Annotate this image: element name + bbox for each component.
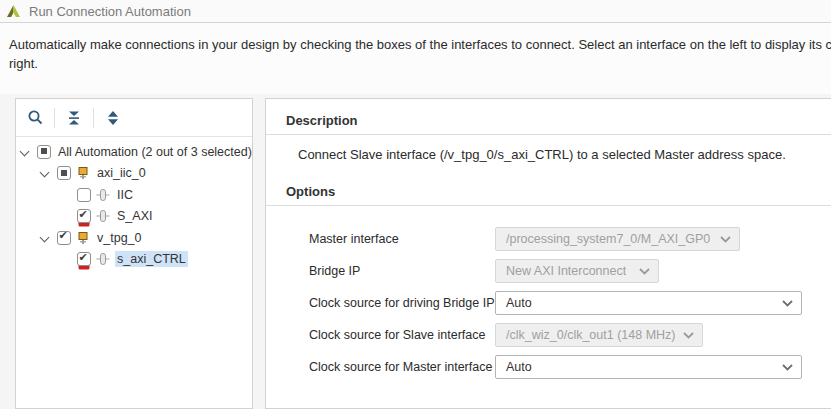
section-divider (266, 134, 831, 135)
configuration-panel: Description Connect Slave interface (/v_… (265, 98, 831, 409)
expander-spacer (58, 252, 72, 266)
dialog-title: Run Connection Automation (29, 4, 191, 19)
ip-icon (76, 166, 90, 180)
option-label: Clock source for driving Bridge IP (309, 296, 495, 310)
option-label: Clock source for Master interface (309, 360, 495, 374)
description-text: Connect Slave interface (/v_tpg_0/s_axi_… (298, 147, 831, 162)
interface-icon (96, 188, 110, 202)
dialog-titlebar: Run Connection Automation (0, 0, 831, 23)
expander-spacer (58, 209, 72, 223)
tree-node-all-automation[interactable]: All Automation (2 out of 3 selected) (16, 141, 252, 163)
expand-all-icon (105, 110, 121, 126)
option-label: Clock source for Slave interface (309, 328, 495, 342)
tree-node-iic[interactable]: IIC (16, 184, 252, 206)
ip-icon (76, 231, 90, 245)
clock-driving-bridge-dropdown[interactable]: Auto (495, 291, 802, 315)
collapse-all-icon (66, 110, 82, 126)
clock-master-dropdown[interactable]: Auto (495, 355, 802, 379)
option-row-bridge-ip: Bridge IP New AXI Interconnect (309, 259, 831, 283)
section-divider (266, 205, 831, 206)
chevron-down-icon[interactable] (38, 166, 52, 180)
tree-node-label[interactable]: axi_iic_0 (95, 165, 148, 181)
chevron-down-icon[interactable] (18, 145, 32, 159)
dropdown-value: /processing_system7_0/M_AXI_GP0 (506, 232, 710, 246)
collapse-all-button[interactable] (61, 105, 87, 131)
search-icon (27, 109, 44, 126)
options-form: Master interface /processing_system7_0/M… (309, 227, 831, 379)
tree-node-axi-iic-0[interactable]: axi_iic_0 (16, 163, 252, 185)
interface-icon (96, 252, 110, 266)
chevron-down-icon[interactable] (38, 231, 52, 245)
intro-line-1: Automatically make connections in your d… (9, 36, 831, 55)
checkbox-v-tpg-0[interactable] (57, 231, 71, 245)
expand-all-button[interactable] (100, 105, 126, 131)
automation-tree: All Automation (2 out of 3 selected) axi… (16, 137, 252, 270)
option-row-clock-bridge-ip: Clock source for driving Bridge IP Auto (309, 291, 831, 315)
tree-node-s-axi[interactable]: S_AXI (16, 206, 252, 228)
expander-spacer (58, 188, 72, 202)
toolbar-separator (93, 108, 94, 128)
dropdown-value: Auto (506, 360, 532, 374)
tree-node-label[interactable]: v_tpg_0 (95, 230, 143, 246)
bridge-ip-dropdown: New AXI Interconnect (495, 259, 659, 283)
description-heading: Description (286, 113, 831, 128)
checkbox-s-axi-ctrl[interactable] (77, 252, 91, 266)
option-row-master-interface: Master interface /processing_system7_0/M… (309, 227, 831, 251)
option-row-clock-slave: Clock source for Slave interface /clk_wi… (309, 323, 831, 347)
checkbox-axi-iic-0[interactable] (57, 166, 71, 180)
clock-slave-dropdown: /clk_wiz_0/clk_out1 (148 MHz) (495, 323, 703, 347)
chevron-down-icon (639, 268, 650, 275)
tree-node-label[interactable]: S_AXI (115, 208, 154, 224)
interface-icon (96, 209, 110, 223)
option-row-clock-master: Clock source for Master interface Auto (309, 355, 831, 379)
tree-node-label[interactable]: All Automation (2 out of 3 selected) (56, 144, 253, 160)
chevron-down-icon (782, 364, 793, 371)
tree-toolbar (16, 99, 252, 137)
option-label: Master interface (309, 232, 495, 246)
options-heading: Options (286, 184, 831, 199)
chevron-down-icon (782, 300, 793, 307)
automation-tree-panel: All Automation (2 out of 3 selected) axi… (15, 98, 253, 409)
toolbar-separator (54, 108, 55, 128)
vivado-logo-icon (6, 4, 21, 19)
tree-node-label[interactable]: s_axi_CTRL (115, 251, 188, 267)
checkbox-iic[interactable] (77, 188, 91, 202)
dialog-body: All Automation (2 out of 3 selected) axi… (0, 94, 831, 409)
checkbox-all-automation[interactable] (37, 145, 51, 159)
dropdown-value: /clk_wiz_0/clk_out1 (148 MHz) (506, 328, 676, 342)
chevron-down-icon (683, 332, 694, 339)
search-button[interactable] (22, 105, 48, 131)
master-interface-dropdown: /processing_system7_0/M_AXI_GP0 (495, 227, 740, 251)
intro-line-2: right. (9, 55, 831, 74)
option-label: Bridge IP (309, 264, 495, 278)
chevron-down-icon (720, 236, 731, 243)
dropdown-value: Auto (506, 296, 532, 310)
checkbox-s-axi[interactable] (77, 209, 91, 223)
intro-text: Automatically make connections in your d… (0, 23, 831, 94)
tree-node-label[interactable]: IIC (115, 187, 135, 203)
tree-node-s-axi-ctrl[interactable]: s_axi_CTRL (16, 249, 252, 271)
tree-node-v-tpg-0[interactable]: v_tpg_0 (16, 227, 252, 249)
dropdown-value: New AXI Interconnect (506, 264, 626, 278)
